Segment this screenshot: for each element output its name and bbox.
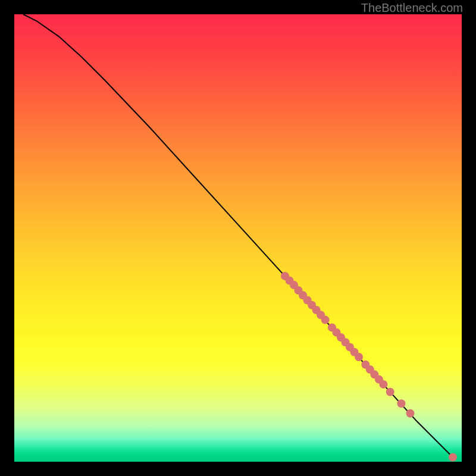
chart-marker — [321, 316, 330, 324]
chart-marker — [397, 399, 405, 408]
chart-marker — [355, 353, 363, 361]
chart-marker — [406, 409, 415, 418]
watermark-text: TheBottleneck.com — [361, 1, 463, 15]
chart-marker — [379, 380, 387, 389]
chart-marker — [386, 388, 394, 396]
chart-svg — [14, 14, 462, 462]
chart-marker — [449, 453, 457, 461]
chart-plot-area — [14, 14, 462, 462]
chart-markers-group — [281, 272, 457, 462]
